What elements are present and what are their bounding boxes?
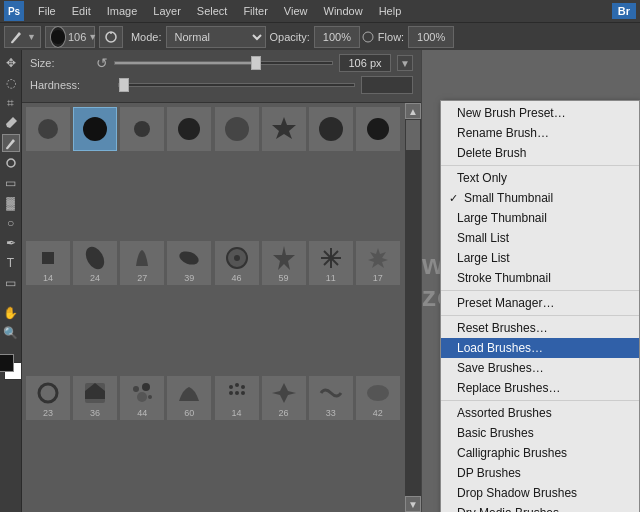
scroll-thumb[interactable] (406, 120, 420, 150)
stroke-thumbnail-item[interactable]: Stroke Thumbnail (441, 268, 639, 288)
pen-tool[interactable]: ✒ (2, 234, 20, 252)
small-thumbnail-item[interactable]: Small Thumbnail (441, 188, 639, 208)
dropdown-section-3: Preset Manager… (441, 291, 639, 316)
scroll-track[interactable] (405, 119, 421, 496)
small-list-item[interactable]: Small List (441, 228, 639, 248)
brush-cell-15[interactable]: 11 (309, 241, 353, 285)
opacity-label: Opacity: (270, 31, 310, 43)
svg-point-27 (148, 395, 152, 399)
load-brushes-item[interactable]: Load Brushes… (441, 338, 639, 358)
refresh-button[interactable]: ↺ (96, 55, 108, 71)
brush-cell-19[interactable]: 44 (120, 376, 164, 420)
hand-tool[interactable]: ✋ (2, 304, 20, 322)
dp-brushes-item[interactable]: DP Brushes (441, 463, 639, 483)
brush-cell-9[interactable]: 14 (26, 241, 70, 285)
gradient-tool[interactable]: ▓ (2, 194, 20, 212)
crop-tool[interactable]: ⌗ (2, 94, 20, 112)
text-only-item[interactable]: Text Only (441, 168, 639, 188)
svg-point-10 (319, 117, 343, 141)
brush-cell-13[interactable]: 46 (215, 241, 259, 285)
text-tool[interactable]: T (2, 254, 20, 272)
brush-cell-21[interactable]: 14 (215, 376, 259, 420)
menu-view[interactable]: View (276, 3, 316, 19)
new-brush-preset-item[interactable]: New Brush Preset… (441, 103, 639, 123)
brush-tool-selector[interactable]: ▼ (4, 26, 41, 48)
svg-point-16 (234, 255, 240, 261)
move-tool[interactable]: ✥ (2, 54, 20, 72)
svg-point-22 (39, 384, 57, 402)
brush-cell-12[interactable]: 39 (167, 241, 211, 285)
toggle-tablet-pressure[interactable] (99, 26, 123, 48)
brush-cell-11[interactable]: 27 (120, 241, 164, 285)
brush-dropdown-menu: New Brush Preset… Rename Brush… Delete B… (440, 100, 640, 512)
size-value-input[interactable] (339, 54, 391, 72)
brush-cell-8[interactable] (356, 107, 400, 151)
brush-cell-2[interactable] (73, 107, 117, 151)
brush-cell-20[interactable]: 60 (167, 376, 211, 420)
brush-cell-14[interactable]: 59 (262, 241, 306, 285)
large-thumbnail-item[interactable]: Large Thumbnail (441, 208, 639, 228)
bridge-button[interactable]: Br (612, 3, 636, 19)
zoom-tool[interactable]: 🔍 (2, 324, 20, 342)
calligraphic-brushes-item[interactable]: Calligraphic Brushes (441, 443, 639, 463)
eraser-tool[interactable]: ▭ (2, 174, 20, 192)
brush-cell-1[interactable] (26, 107, 70, 151)
brush-cell-4[interactable] (167, 107, 211, 151)
delete-brush-item[interactable]: Delete Brush (441, 143, 639, 163)
svg-rect-12 (42, 252, 54, 264)
brush-preset-selector[interactable]: 106 ▼ (45, 26, 95, 48)
scroll-down-button[interactable]: ▼ (405, 496, 421, 512)
size-popup-button[interactable]: ▼ (397, 55, 413, 71)
brush-cell-6[interactable] (262, 107, 306, 151)
brush-cell-23[interactable]: 33 (309, 376, 353, 420)
assorted-brushes-item[interactable]: Assorted Brushes (441, 403, 639, 423)
preset-manager-item[interactable]: Preset Manager… (441, 293, 639, 313)
basic-brushes-item[interactable]: Basic Brushes (441, 423, 639, 443)
brush-cell-10[interactable]: 24 (73, 241, 117, 285)
flow-input[interactable] (408, 26, 454, 48)
menu-edit[interactable]: Edit (64, 3, 99, 19)
svg-point-28 (229, 385, 233, 389)
menu-help[interactable]: Help (371, 3, 410, 19)
brush-cell-16[interactable]: 17 (356, 241, 400, 285)
menu-image[interactable]: Image (99, 3, 146, 19)
menu-layer[interactable]: Layer (145, 3, 189, 19)
dry-media-brushes-item[interactable]: Dry Media Brushes (441, 503, 639, 512)
svg-point-3 (7, 159, 15, 167)
svg-point-14 (178, 249, 201, 267)
large-list-item[interactable]: Large List (441, 248, 639, 268)
scroll-up-button[interactable]: ▲ (405, 103, 421, 119)
dodge-tool[interactable]: ○ (2, 214, 20, 232)
shape-tool[interactable]: ▭ (2, 274, 20, 292)
brush-cell-3[interactable] (120, 107, 164, 151)
opacity-input[interactable] (314, 26, 360, 48)
brush-cell-17[interactable]: 23 (26, 376, 70, 420)
svg-point-25 (142, 383, 150, 391)
svg-marker-9 (272, 117, 296, 139)
replace-brushes-item[interactable]: Replace Brushes… (441, 378, 639, 398)
menu-filter[interactable]: Filter (235, 3, 275, 19)
rename-brush-item[interactable]: Rename Brush… (441, 123, 639, 143)
lasso-tool[interactable]: ◌ (2, 74, 20, 92)
save-brushes-item[interactable]: Save Brushes… (441, 358, 639, 378)
eyedropper-tool[interactable] (2, 114, 20, 132)
brush-cell-24[interactable]: 42 (356, 376, 400, 420)
svg-marker-17 (273, 246, 295, 270)
hardness-value-input[interactable] (361, 76, 413, 94)
brush-cell-18[interactable]: 36 (73, 376, 117, 420)
brush-cell-22[interactable]: 26 (262, 376, 306, 420)
hardness-slider[interactable] (118, 83, 355, 87)
size-slider[interactable] (114, 61, 333, 65)
drop-shadow-brushes-item[interactable]: Drop Shadow Brushes (441, 483, 639, 503)
clone-tool[interactable] (2, 154, 20, 172)
menu-select[interactable]: Select (189, 3, 236, 19)
foreground-color-chip[interactable] (0, 354, 14, 372)
menu-file[interactable]: File (30, 3, 64, 19)
menu-bar: Ps File Edit Image Layer Select Filter V… (0, 0, 640, 22)
brush-cell-7[interactable] (309, 107, 353, 151)
reset-brushes-item[interactable]: Reset Brushes… (441, 318, 639, 338)
menu-window[interactable]: Window (316, 3, 371, 19)
brush-tool[interactable] (2, 134, 20, 152)
mode-select[interactable]: Normal (166, 26, 266, 48)
brush-cell-5[interactable] (215, 107, 259, 151)
